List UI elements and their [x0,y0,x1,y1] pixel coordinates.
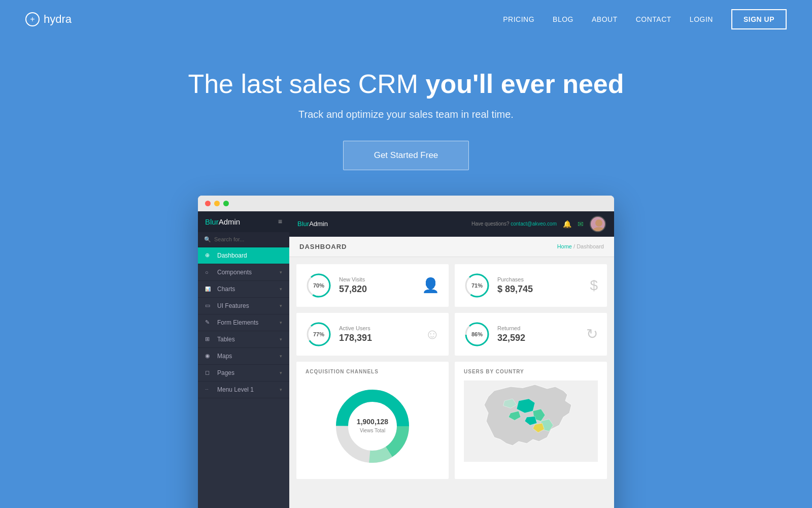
charts-icon: 📊 [205,287,213,292]
browser-dot-close [205,201,211,206]
stat-info: New Visits 57,820 [339,276,415,295]
sidebar-item-label: Dashboard [217,252,282,259]
stat-label: Returned [497,325,579,331]
stat-label: New Visits [339,276,415,282]
svg-point-0 [595,219,602,227]
sidebar-item-label: Charts [217,285,280,293]
tables-icon: ⊞ [205,336,213,342]
hero-title-bold: you'll ever need [426,69,624,99]
avatar[interactable] [590,216,606,232]
maps-icon: ◉ [205,353,213,359]
stat-card-purchases: 71% Purchases $ 89,745 $ [455,264,607,307]
ui-features-icon: ▭ [205,302,213,309]
notification-icon[interactable]: 🔔 [563,220,571,228]
logo-text: hydra [44,13,72,26]
nav-about[interactable]: ABOUT [592,15,618,23]
sidebar-item-label: Maps [217,353,280,360]
browser-bar [198,196,614,211]
stat-label: Purchases [497,276,583,282]
sidebar-item-pages[interactable]: ◻ Pages ▾ [198,365,289,382]
pages-icon: ◻ [205,369,213,376]
smiley-icon: ☺ [425,326,439,342]
nav-links: PRICING BLOG ABOUT CONTACT LOGIN SIGN UP [503,9,787,29]
sidebar-search: 🔍 Search for... [198,232,289,247]
navbar: hydra PRICING BLOG ABOUT CONTACT LOGIN S… [0,0,812,39]
hamburger-icon[interactable]: ≡ [278,217,282,226]
acquisition-title: ACQUISITION CHANNELS [306,369,439,374]
cta-button[interactable]: Get Started Free [343,141,469,170]
browser-dot-fullscreen [223,201,229,206]
search-icon: 🔍 [204,236,211,243]
stat-circle-returned: 86% [464,321,490,347]
form-icon: ✎ [205,319,213,326]
nav-login[interactable]: LOGIN [690,15,713,23]
breadcrumb-current: Dashboard [577,243,604,249]
sidebar-brand: BlurAdmin [205,217,240,226]
hero-subtitle: Track and optimize your sales team in re… [10,109,802,120]
stat-circle-purchases: 71% [464,272,490,299]
nav-blog[interactable]: BLOG [553,15,573,23]
nav-contact[interactable]: CONTACT [636,15,671,23]
sidebar-item-label: Pages [217,369,280,376]
chevron-down-icon: ▾ [280,270,282,275]
stat-card-new-visits: 70% New Visits 57,820 👤 [296,264,449,307]
stat-card-active-users: 77% Active Users 178,391 ☺ [296,313,449,356]
chevron-down-icon: ▾ [280,354,282,359]
sidebar-item-label: Components [217,269,280,276]
map-chart [464,380,598,462]
dollar-icon: $ [590,277,598,294]
stat-value: 178,391 [339,333,418,343]
stat-info: Returned 32,592 [497,325,579,343]
stat-circle-new-visits: 70% [306,272,332,299]
stat-pct: 71% [471,282,483,289]
admin-brand-top: BlurAdmin [297,220,328,228]
sidebar-item-dashboard[interactable]: ⊕ Dashboard [198,247,289,264]
person-icon: 👤 [422,277,439,294]
support-text: Have questions? contact@akveo.com [471,221,557,227]
sidebar-item-ui-features[interactable]: ▭ UI Features ▾ [198,298,289,314]
refresh-icon: ↻ [586,326,598,342]
sidebar-item-components[interactable]: ○ Components ▾ [198,264,289,281]
message-icon[interactable]: ✉ [578,220,584,228]
hero-section: The last sales CRM you'll ever need Trac… [0,39,812,196]
sidebar-item-label: Form Elements [217,319,280,326]
chevron-down-icon: ▾ [280,370,282,375]
sidebar-item-maps[interactable]: ◉ Maps ▾ [198,348,289,365]
hero-title: The last sales CRM you'll ever need [10,69,802,100]
top-bar: BlurAdmin Have questions? contact@akveo.… [289,211,614,237]
users-by-country-card: USERS BY COUNTRY [455,362,607,479]
sidebar-item-charts[interactable]: 📊 Charts ▾ [198,281,289,298]
browser-frame: BlurAdmin ≡ 🔍 Search for... ⊕ Dashboard … [198,196,614,508]
stats-grid: 70% New Visits 57,820 👤 [289,257,614,486]
page-header: DASHBOARD Home / Dashboard [289,237,614,257]
stat-label: Active Users [339,325,418,331]
top-bar-right: Have questions? contact@akveo.com 🔔 ✉ [471,216,606,232]
sidebar: BlurAdmin ≡ 🔍 Search for... ⊕ Dashboard … [198,211,289,508]
search-placeholder[interactable]: Search for... [214,236,244,242]
svg-point-1 [593,227,605,232]
sidebar-item-form-elements[interactable]: ✎ Form Elements ▾ [198,314,289,331]
stat-value: 57,820 [339,284,415,295]
users-by-country-title: USERS BY COUNTRY [464,369,598,374]
main-content: BlurAdmin Have questions? contact@akveo.… [289,211,614,508]
sidebar-nav: ⊕ Dashboard ○ Components ▾ 📊 Charts ▾ [198,247,289,508]
sidebar-item-tables[interactable]: ⊞ Tables ▾ [198,331,289,348]
sidebar-item-label: Tables [217,336,280,343]
sidebar-item-menu-level[interactable]: ··· Menu Level 1 ▾ [198,382,289,398]
stat-value: $ 89,745 [497,284,583,295]
sidebar-item-label: Menu Level 1 [217,386,280,393]
page-title: DASHBOARD [299,243,347,250]
signup-button[interactable]: SIGN UP [731,9,787,29]
breadcrumb-home[interactable]: Home [557,243,572,249]
support-email[interactable]: contact@akveo.com [511,221,557,227]
stat-card-returned: 86% Returned 32,592 ↻ [455,313,607,356]
sidebar-header: BlurAdmin ≡ [198,211,289,232]
sidebar-item-label: UI Features [217,302,280,309]
components-icon: ○ [205,269,213,275]
dashboard-icon: ⊕ [205,252,213,259]
stat-pct: 77% [313,331,324,337]
logo[interactable]: hydra [25,12,72,26]
chevron-down-icon: ▾ [280,320,282,325]
nav-pricing[interactable]: PRICING [503,15,534,23]
stat-pct: 86% [471,331,483,337]
